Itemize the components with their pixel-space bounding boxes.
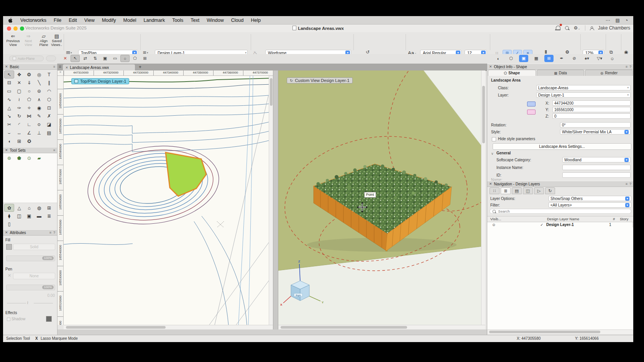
triangle-tool[interactable]: △	[4, 104, 14, 112]
attributes-palette-header[interactable]: ✕ Attributes ≡ ?	[3, 229, 57, 236]
tape-measure-tool[interactable]: ▤	[44, 129, 54, 137]
circle-tool[interactable]: ○	[24, 87, 34, 95]
palette-menu-icon[interactable]: ≡	[53, 65, 55, 69]
menu-item[interactable]: File	[54, 18, 61, 23]
menu-item[interactable]: Landmark	[144, 18, 165, 23]
polygon-tool[interactable]: ⬠	[24, 95, 34, 103]
stacking-order-tool[interactable]: ⇓	[24, 79, 34, 87]
nav-viewports-tab[interactable]: ↻	[545, 187, 555, 194]
palette-menu-icon[interactable]: ≡	[49, 231, 51, 234]
rectangle-marquee-mode-icon[interactable]: ▭	[110, 55, 120, 62]
hide-style-parameters-checkbox[interactable]	[492, 137, 496, 141]
x-coordinate-field[interactable]: 447344200	[552, 100, 631, 106]
menu-item[interactable]: Window	[207, 18, 223, 23]
dropdown-arrow-icon[interactable]: ▼	[624, 130, 629, 134]
filter-dropdown[interactable]: <All Layers>▼	[549, 202, 631, 208]
trim-tool[interactable]: ✂	[4, 121, 14, 129]
palette-menu-icon[interactable]: ≡	[53, 148, 55, 152]
rounded-rectangle-tool[interactable]: ▢	[14, 87, 24, 95]
layer-dropdown[interactable]: Design Layer-1▾	[536, 92, 631, 98]
rectangle-tool[interactable]: ▭	[4, 87, 14, 95]
search-icon[interactable]	[565, 26, 569, 30]
menu-item[interactable]: Vectorworks	[20, 18, 46, 23]
nav-design-layers-tab[interactable]: ≣	[501, 187, 511, 194]
polyline-tool[interactable]: ∧	[34, 95, 44, 103]
selection-tool[interactable]: ↖	[4, 70, 14, 79]
more-icon[interactable]: ⋯	[605, 18, 610, 23]
plan-horizontal-scrollbar[interactable]	[64, 325, 273, 329]
delete-tool[interactable]: ✗	[44, 112, 54, 120]
plan-view-canvas[interactable]	[64, 76, 273, 325]
plant-tool[interactable]: ⊙	[24, 154, 34, 162]
toolset-survey[interactable]: ◫	[14, 212, 24, 220]
object-info-header[interactable]: ✕ Object Info - Shape ≡ ?	[487, 64, 633, 70]
clock-icon[interactable]: ◔	[625, 18, 628, 23]
clip-cube-icon[interactable]: ⊘	[570, 55, 579, 62]
oval-tool[interactable]: ⊜	[34, 87, 44, 95]
custom-view-vertical-scrollbar[interactable]	[481, 70, 485, 329]
massing-model-tool[interactable]: ▰	[34, 154, 44, 162]
help-icon[interactable]: ?	[53, 231, 55, 234]
layer-options-dropdown[interactable]: Show/Snap Others▼	[549, 196, 631, 201]
instance-name-field[interactable]	[562, 165, 631, 170]
close-icon[interactable]: ✕	[489, 65, 492, 69]
line-tool[interactable]: ╲	[34, 79, 44, 87]
toolset-gis[interactable]: ◍	[34, 204, 44, 212]
callout-tool[interactable]: ⊟	[4, 79, 14, 87]
offset-tool[interactable]: ≎	[34, 121, 44, 129]
line-style-icon[interactable]: ≀	[27, 300, 29, 305]
rotation-field[interactable]: 0°	[560, 122, 631, 128]
select-similar-tool[interactable]: ◉	[34, 104, 44, 112]
custom-view-viewport-label[interactable]: ↻Custom View Design Layer-1	[287, 77, 353, 84]
help-icon[interactable]: ?	[629, 65, 631, 69]
mirror-tool[interactable]: ⋈	[24, 112, 34, 120]
nav-saved-views-tab[interactable]: ∷	[490, 187, 499, 194]
toolset-walls[interactable]: ▬	[34, 212, 44, 220]
fill-opacity-slider[interactable]: 100%	[6, 256, 55, 261]
attribute-mapping-tool[interactable]: ✎	[34, 112, 44, 120]
toolset-irrigation[interactable]: ⧫	[4, 212, 14, 220]
visibility-column-header[interactable]: Visib...	[490, 217, 501, 221]
magic-wand-tool[interactable]: ✧	[24, 104, 34, 112]
close-icon[interactable]: ✕	[5, 148, 8, 152]
softscape-category-dropdown[interactable]: Woodland▼	[562, 157, 631, 162]
multiple-selection-mode-icon[interactable]: ⇄	[80, 55, 90, 62]
flyover-tool[interactable]: ❂	[24, 70, 34, 79]
menu-item[interactable]: Help	[251, 18, 261, 23]
freehand-tool[interactable]: ∿	[4, 95, 14, 103]
style-dropdown[interactable]: White/Sliver Perrenial Mix LA▼	[560, 129, 631, 134]
document-tab[interactable]: × Landscape Areas.vwx	[63, 64, 135, 70]
render-options-icon[interactable]: ▦	[532, 55, 541, 62]
fill-swatch[interactable]	[6, 244, 12, 250]
plane-mode-button[interactable]	[46, 56, 56, 61]
angle-dimension-tool[interactable]: ∠	[24, 129, 34, 137]
menu-item[interactable]: Text	[191, 18, 199, 23]
help-icon[interactable]: ?	[629, 182, 631, 186]
interactive-scaling-mode-icon[interactable]: ▣	[100, 55, 110, 62]
move-by-points-tool[interactable]: ↘	[4, 112, 14, 120]
fillet-tool[interactable]: ◜	[14, 121, 24, 129]
next-view-button[interactable]: ⇒Next View	[21, 34, 36, 47]
navigation-header[interactable]: ✕ Navigation - Design Layers ≡ ?	[487, 181, 633, 187]
y-coordinate-field[interactable]: 165561000	[552, 107, 631, 112]
existing-tree-tool[interactable]: ⊚	[4, 154, 14, 162]
viewport-splitter[interactable]	[273, 70, 278, 329]
design-layer-row[interactable]: ⊙ ✓ Design Layer-1 1	[487, 222, 632, 227]
close-icon[interactable]: ✕	[5, 231, 8, 234]
basic-palette-header[interactable]: ✕ Basic ≡	[3, 64, 57, 70]
dropdown-arrow-icon[interactable]: ▼	[625, 203, 629, 207]
plan-viewport-label[interactable]: Top/Plan Design Layer-1	[71, 78, 129, 84]
layer-search-box[interactable]	[490, 209, 631, 214]
dropdown-arrow-icon[interactable]: ▼	[624, 158, 629, 162]
landscape-area-settings-button[interactable]: Landscape Area Settings...	[493, 143, 631, 150]
chamfer-tool[interactable]: ∟	[24, 121, 34, 129]
fill-style-dropdown[interactable]: Solid	[13, 244, 55, 250]
flag-feature-tool[interactable]: ✪	[24, 137, 34, 145]
object-info-tab[interactable]: ◍Render	[585, 70, 633, 76]
signed-in-user[interactable]: Jake Chambers	[598, 25, 630, 31]
number-column-header[interactable]: #	[613, 217, 615, 221]
close-tab-icon[interactable]: ×	[66, 65, 68, 70]
protractor-tool[interactable]: ◖	[4, 137, 14, 145]
nav-references-tab[interactable]: ▷	[534, 187, 544, 194]
tool-sets-palette-header[interactable]: ✕ Tool Sets ≡	[3, 147, 57, 153]
